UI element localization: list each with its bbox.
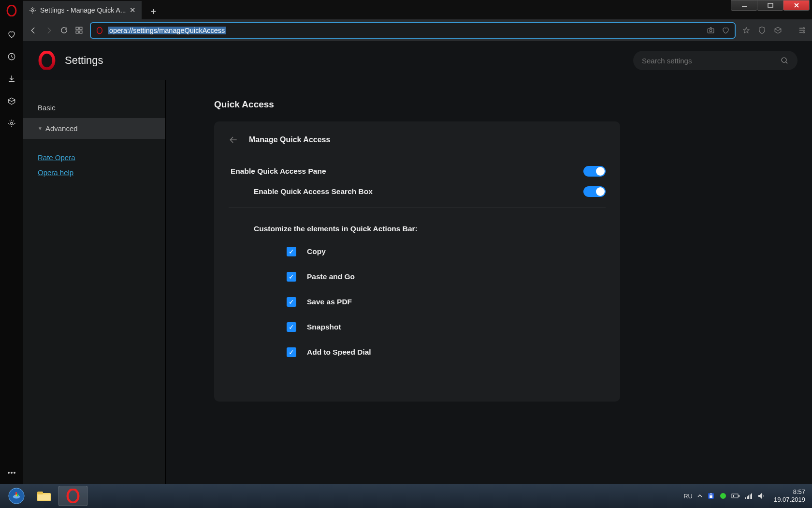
settings-search[interactable] [633, 51, 798, 70]
tray-clock[interactable]: 8:57 19.07.2019 [774, 488, 805, 503]
taskbar-app-explorer[interactable] [29, 486, 58, 506]
caret-down-icon: ▼ [38, 126, 43, 131]
checkbox-copy[interactable]: ✓ [287, 247, 296, 256]
svg-point-17 [803, 31, 805, 33]
svg-point-5 [8, 472, 10, 474]
svg-point-4 [11, 122, 13, 125]
bookmark-star-icon[interactable] [742, 27, 750, 34]
settings-sidebar: Basic ▼ Advanced Rate Opera Opera help [23, 80, 166, 484]
snapshot-icon[interactable] [707, 26, 715, 34]
enable-pane-toggle[interactable] [583, 166, 606, 177]
sidebar-item-advanced[interactable]: ▼ Advanced [23, 118, 165, 139]
card-title: Manage Quick Access [249, 135, 330, 144]
history-icon[interactable] [7, 52, 16, 61]
tab-close-icon[interactable]: ✕ [130, 6, 136, 15]
svg-rect-35 [747, 496, 748, 499]
checkbox-paste-go[interactable]: ✓ [287, 272, 296, 282]
bookmark-heart-icon[interactable] [722, 26, 730, 34]
svg-point-30 [720, 493, 726, 499]
svg-rect-11 [76, 31, 78, 33]
extensions-icon[interactable] [7, 97, 16, 105]
checkbox-label: Snapshot [307, 323, 341, 331]
browser-tab[interactable]: Settings - Manage Quick A... ✕ [23, 1, 142, 19]
svg-point-2 [7, 5, 16, 16]
sidebar-item-basic[interactable]: Basic [23, 97, 165, 118]
settings-header: Settings [23, 41, 812, 80]
svg-rect-23 [16, 493, 18, 496]
svg-rect-26 [38, 494, 50, 500]
svg-rect-22 [15, 492, 17, 494]
toggle-label: Enable Quick Access Pane [231, 167, 326, 176]
opera-help-link[interactable]: Opera help [38, 168, 151, 177]
enable-search-toggle[interactable] [583, 186, 606, 197]
nav-back-button[interactable] [29, 26, 38, 35]
more-icon[interactable] [7, 471, 16, 474]
checkbox-label: Paste and Go [307, 272, 355, 281]
svg-rect-12 [80, 31, 82, 33]
svg-point-6 [11, 472, 13, 474]
heart-icon[interactable] [7, 30, 16, 39]
search-icon [781, 57, 789, 65]
windows-taskbar: RU 8:57 19.07.2019 [0, 484, 812, 508]
gear-icon [29, 7, 36, 14]
svg-point-7 [14, 472, 15, 474]
start-button[interactable] [3, 486, 29, 506]
svg-point-16 [803, 28, 805, 29]
checkbox-save-pdf[interactable]: ✓ [287, 297, 296, 307]
downloads-icon[interactable] [7, 75, 16, 83]
tray-arrow-icon[interactable] [697, 493, 702, 498]
svg-rect-38 [751, 493, 752, 499]
svg-point-19 [782, 58, 786, 62]
tab-strip: Settings - Manage Quick A... ✕ + [23, 0, 812, 19]
address-bar[interactable]: opera://settings/manageQuickAccess [90, 22, 736, 39]
svg-point-27 [68, 489, 79, 503]
tray-wifi-icon[interactable] [745, 493, 753, 499]
page-title: Settings [65, 54, 103, 67]
svg-rect-1 [768, 3, 773, 7]
taskbar-app-opera[interactable] [58, 486, 87, 506]
back-arrow-icon[interactable] [229, 135, 238, 145]
svg-point-13 [97, 27, 102, 33]
tray-time: 8:57 [774, 488, 805, 496]
tray-lang[interactable]: RU [683, 493, 693, 500]
speed-dial-button[interactable] [75, 26, 83, 34]
settings-content: Quick Access Manage Quick Access Enable … [166, 80, 812, 484]
sidebar-label: Basic [38, 104, 56, 112]
checkbox-label: Add to Speed Dial [307, 348, 371, 357]
window-maximize-button[interactable] [757, 0, 783, 11]
separator [790, 26, 790, 35]
tray-green-icon[interactable] [720, 493, 726, 499]
tray-date: 19.07.2019 [774, 496, 805, 504]
section-title: Quick Access [214, 99, 812, 110]
browser-toolbar: opera://settings/manageQuickAccess [23, 19, 812, 41]
tray-battery-icon[interactable] [731, 493, 740, 499]
svg-rect-36 [748, 495, 749, 499]
opera-logo-large-icon [38, 51, 56, 70]
svg-point-15 [710, 30, 712, 32]
opera-logo-icon[interactable] [6, 5, 17, 16]
cube-extension-icon[interactable] [774, 26, 782, 34]
tray-volume-icon[interactable] [757, 493, 765, 499]
svg-rect-10 [80, 27, 82, 30]
easy-setup-icon[interactable] [798, 26, 806, 34]
window-minimize-button[interactable] [731, 0, 757, 11]
new-tab-button[interactable]: + [145, 4, 161, 19]
window-close-button[interactable] [783, 0, 810, 11]
settings-card: Manage Quick Access Enable Quick Access … [214, 121, 620, 402]
nav-forward-button[interactable] [44, 26, 53, 35]
checkbox-snapshot[interactable]: ✓ [287, 322, 296, 332]
tab-title: Settings - Manage Quick A... [40, 6, 126, 14]
checkbox-speed-dial[interactable]: ✓ [287, 347, 296, 357]
svg-rect-0 [742, 6, 747, 7]
opera-small-icon [96, 27, 103, 34]
browser-sidebar [0, 0, 23, 484]
adblock-icon[interactable] [758, 26, 766, 34]
reload-button[interactable] [60, 26, 68, 34]
checkbox-label: Copy [307, 247, 326, 256]
settings-search-input[interactable] [642, 57, 781, 65]
rate-opera-link[interactable]: Rate Opera [38, 153, 151, 162]
tray-security-icon[interactable] [707, 492, 715, 500]
settings-gear-icon[interactable] [7, 119, 16, 128]
svg-rect-29 [710, 495, 712, 498]
checkbox-label: Save as PDF [307, 298, 352, 306]
